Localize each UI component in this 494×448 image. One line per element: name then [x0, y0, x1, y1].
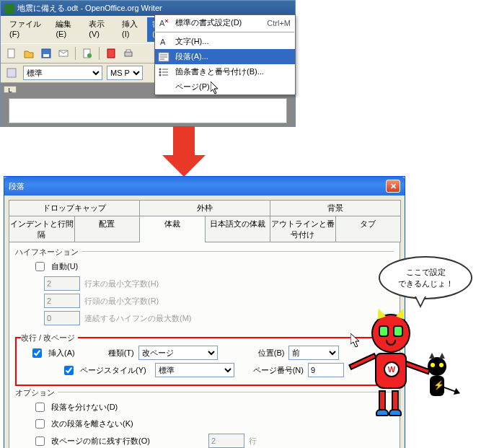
svg-rect-6 — [107, 49, 115, 58]
menu-shortcut: Ctrl+M — [267, 19, 291, 27]
keep-next-label: 次の段落を離さない(K) — [51, 418, 133, 429]
break-position-combo[interactable]: 前 — [288, 346, 339, 360]
orphan-checkbox[interactable] — [35, 436, 45, 446]
svg-rect-8 — [126, 50, 131, 52]
min-start-label: 行頭の最小文字数(R) — [84, 296, 159, 307]
styles-button[interactable] — [4, 66, 19, 80]
orphan-unit: 行 — [249, 436, 257, 447]
max-hyphens-spinner: 0 — [44, 311, 80, 325]
paragraph-icon — [158, 51, 169, 63]
min-end-label: 行末の最小文字数(H) — [84, 278, 159, 289]
close-button[interactable]: ✕ — [386, 180, 400, 193]
new-doc-button[interactable] — [4, 46, 19, 61]
page-style-checkbox[interactable] — [64, 366, 74, 375]
min-end-spinner: 2 — [44, 276, 80, 291]
svg-rect-0 — [8, 49, 14, 58]
tabs-row-1: ドロップキャップ 外枠 背景 — [9, 200, 400, 216]
svg-point-18 — [159, 68, 162, 70]
toolbar-separator — [99, 47, 100, 60]
menu-default-format[interactable]: A 標準の書式設定(D) Ctrl+M — [155, 15, 295, 30]
menu-insert[interactable]: 挿入(I) — [117, 17, 147, 42]
dialog-titlebar: 段落 ✕ — [4, 177, 405, 196]
edit-button[interactable] — [80, 46, 94, 61]
min-start-spinner: 2 — [44, 294, 80, 308]
break-type-combo[interactable]: 改ページ — [138, 346, 218, 360]
style-combo[interactable]: 標準 — [23, 66, 102, 80]
svg-point-22 — [159, 74, 162, 76]
svg-text:A: A — [160, 38, 166, 46]
svg-rect-7 — [125, 52, 132, 56]
clear-format-icon: A — [158, 17, 169, 29]
menu-page[interactable]: ページ(P)... — [155, 79, 295, 95]
bullets-icon — [158, 66, 169, 78]
mail-button[interactable] — [56, 46, 71, 61]
hyphenation-group: ハイフネーション 自動(U) 2 行末の最小文字数(H) 2 行頭の最小文字数(… — [15, 252, 394, 330]
no-split-checkbox[interactable] — [35, 403, 45, 412]
svg-rect-2 — [43, 54, 49, 57]
menu-item-label: 文字(H)... — [175, 36, 208, 47]
menu-file[interactable]: ファイル(F) — [4, 17, 50, 42]
orphan-label: 改ページの前に残す行数(O) — [51, 436, 150, 447]
page-style-label: ページスタイル(Y) — [80, 365, 146, 376]
page-style-combo[interactable]: 標準 — [155, 363, 234, 377]
hyphenation-legend: ハイフネーション — [15, 247, 81, 258]
keep-next-checkbox[interactable] — [35, 419, 45, 429]
menu-view[interactable]: 表示(V) — [84, 17, 117, 42]
tab-background[interactable]: 背景 — [270, 200, 401, 216]
mascot-red-character: W — [357, 314, 410, 389]
print-button[interactable] — [121, 46, 136, 61]
save-button[interactable] — [39, 46, 53, 61]
pdf-button[interactable] — [104, 46, 118, 61]
break-position-label: 位置(B) — [258, 348, 285, 359]
menu-item-label: 標準の書式設定(D) — [175, 17, 242, 28]
tab-outline[interactable]: アウトラインと番号付け — [270, 216, 336, 242]
page-number-input[interactable] — [308, 363, 344, 377]
menu-item-label: 箇条書きと番号付け(B)... — [175, 66, 264, 77]
toolbar-separator — [75, 47, 76, 60]
break-type-label: 種類(T) — [108, 348, 134, 359]
page-number-label: ページ番号(N) — [253, 365, 304, 376]
titlebar: 地震に備える.odt - OpenOffice.org Writer — [1, 1, 295, 16]
document-page[interactable] — [9, 98, 287, 123]
font-combo[interactable]: MS P — [107, 66, 143, 80]
auto-hyphen-label: 自動(U) — [51, 261, 78, 272]
insert-break-checkbox[interactable] — [32, 348, 42, 358]
app-icon — [4, 4, 14, 14]
window-title: 地震に備える.odt - OpenOffice.org Writer — [17, 3, 162, 14]
tab-tabs[interactable]: タブ — [335, 216, 402, 242]
svg-text:A: A — [159, 19, 165, 27]
speech-bubble: ここで設定 できるんじょ！ — [379, 256, 472, 299]
menu-edit[interactable]: 編集(E) — [50, 17, 84, 42]
ruler-corner: L — [4, 86, 17, 93]
options-group: オプション 段落を分けない(D) 次の段落を離さない(K) 改ページの前に残す行… — [15, 393, 394, 448]
dialog-body: ハイフネーション 自動(U) 2 行末の最小文字数(H) 2 行頭の最小文字数(… — [9, 242, 400, 448]
mascot-black-character: ⚡ — [428, 357, 446, 396]
max-hyphens-label: 連続するハイフンの最大数(M) — [84, 313, 192, 324]
menu-character[interactable]: A 文字(H)... — [155, 34, 295, 49]
svg-point-5 — [87, 53, 92, 58]
menu-paragraph[interactable]: 段落(A)... — [155, 49, 295, 64]
menu-bullets[interactable]: 箇条書きと番号付け(B)... — [155, 64, 295, 79]
red-arrow-annotation — [173, 126, 206, 177]
options-legend: オプション — [15, 387, 58, 398]
tab-textflow[interactable]: 体裁 — [139, 216, 206, 242]
auto-hyphen-checkbox[interactable] — [35, 262, 45, 271]
menu-item-label: ページ(P)... — [175, 82, 216, 92]
tab-indent[interactable]: インデントと行間隔 — [9, 216, 75, 242]
dialog-title: 段落 — [9, 181, 25, 192]
speech-line1: ここで設定 — [406, 268, 446, 276]
orphan-spinner: 2 — [208, 434, 244, 448]
open-button[interactable] — [22, 46, 36, 61]
speech-line2: できるんじょ！ — [398, 279, 454, 288]
breaks-group: 改行 / 改ページ 挿入(A) 種類(T) 改ページ 位置(B) 前 ページスタ… — [15, 337, 394, 386]
tab-align[interactable]: 配置 — [74, 216, 141, 242]
format-dropdown: A 標準の書式設定(D) Ctrl+M A 文字(H)... 段落(A)... … — [154, 14, 296, 95]
mascot-annotation: ここで設定 できるんじょ！ W ⚡ — [357, 256, 487, 299]
paragraph-dialog: 段落 ✕ ドロップキャップ 外枠 背景 インデントと行間隔 配置 体裁 日本語文… — [4, 176, 405, 448]
tab-asian[interactable]: 日本語文の体裁 — [205, 216, 271, 242]
tab-borders[interactable]: 外枠 — [139, 200, 270, 216]
tabs-row-2: インデントと行間隔 配置 体裁 日本語文の体裁 アウトラインと番号付け タブ — [9, 216, 400, 242]
no-split-label: 段落を分けない(D) — [51, 402, 118, 413]
breaks-legend: 改行 / 改ページ — [21, 333, 78, 343]
tab-dropcaps[interactable]: ドロップキャップ — [9, 200, 140, 216]
